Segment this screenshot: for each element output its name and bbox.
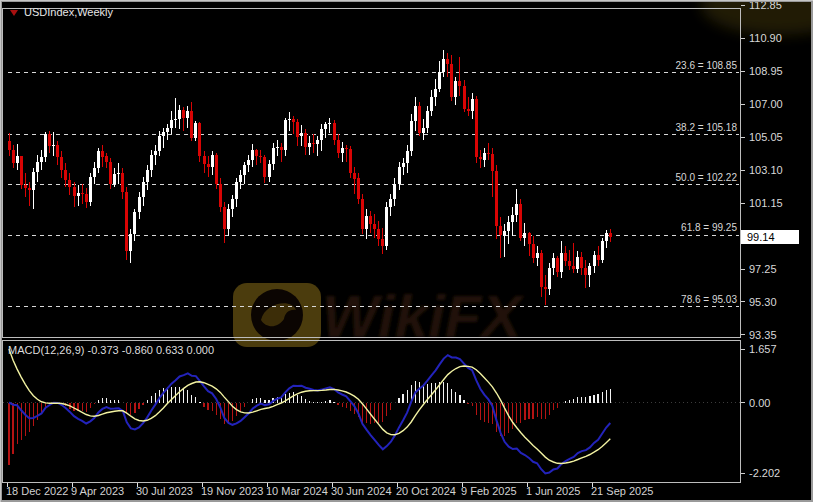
fib-lines: 23.6 = 108.8538.2 = 105.1850.0 = 102.226… <box>8 60 739 307</box>
svg-text:101.15: 101.15 <box>749 197 783 209</box>
svg-text:0.00: 0.00 <box>749 397 770 409</box>
svg-text:30 Jun 2024: 30 Jun 2024 <box>331 485 392 497</box>
chart-window: WikiFX23.6 = 108.8538.2 = 105.1850.0 = 1… <box>0 0 813 502</box>
date-axis[interactable]: 18 Dec 20229 Apr 202330 Jul 202319 Nov 2… <box>6 483 653 498</box>
svg-text:20 Oct 2024: 20 Oct 2024 <box>396 485 456 497</box>
candlesticks <box>8 50 612 304</box>
svg-text:78.6 = 95.03: 78.6 = 95.03 <box>681 294 737 305</box>
svg-text:21 Sep 2025: 21 Sep 2025 <box>591 485 653 497</box>
symbol-title: USDIndex,Weekly <box>24 6 113 19</box>
chart-canvas[interactable]: WikiFX23.6 = 108.8538.2 = 105.1850.0 = 1… <box>0 0 813 502</box>
svg-text:-2.202: -2.202 <box>749 467 780 479</box>
svg-text:9 Apr 2023: 9 Apr 2023 <box>71 485 124 497</box>
macd-axis[interactable]: 1.6570.00-2.202 <box>741 343 781 479</box>
svg-text:108.95: 108.95 <box>749 65 783 77</box>
svg-text:30 Jul 2023: 30 Jul 2023 <box>136 485 193 497</box>
symbol-dropdown-icon[interactable] <box>10 10 18 16</box>
svg-text:38.2 = 105.18: 38.2 = 105.18 <box>676 122 738 133</box>
signal-line <box>9 349 610 463</box>
macd-line <box>9 355 610 473</box>
svg-text:50.0 = 102.22: 50.0 = 102.22 <box>676 172 738 183</box>
svg-text:19 Nov 2023: 19 Nov 2023 <box>201 485 263 497</box>
svg-text:93.35: 93.35 <box>749 329 777 341</box>
symbol-title-bar: USDIndex,Weekly <box>10 6 113 19</box>
price-axis[interactable]: 112.85110.90108.95107.00105.05103.10101.… <box>741 0 783 341</box>
watermark-text: WikiFX <box>322 283 525 350</box>
svg-text:61.8 = 99.25: 61.8 = 99.25 <box>681 222 737 233</box>
svg-text:23.6 = 108.85: 23.6 = 108.85 <box>676 60 738 71</box>
svg-text:10 Mar 2024: 10 Mar 2024 <box>266 485 328 497</box>
svg-text:107.00: 107.00 <box>749 98 783 110</box>
current-price-badge: 99.14 <box>741 230 799 244</box>
svg-text:1 Jun 2025: 1 Jun 2025 <box>526 485 580 497</box>
window-border <box>1 1 812 501</box>
svg-text:9 Feb 2025: 9 Feb 2025 <box>461 485 517 497</box>
svg-text:97.25: 97.25 <box>749 263 777 275</box>
svg-text:105.05: 105.05 <box>749 131 783 143</box>
macd-indicator-label: MACD(12,26,9) -0.373 -0.860 0.633 0.000 <box>8 344 214 357</box>
svg-text:95.30: 95.30 <box>749 296 777 308</box>
svg-text:1.657: 1.657 <box>749 343 777 355</box>
svg-text:103.10: 103.10 <box>749 164 783 176</box>
svg-text:110.90: 110.90 <box>749 32 782 44</box>
svg-text:18 Dec 2022: 18 Dec 2022 <box>6 485 68 497</box>
